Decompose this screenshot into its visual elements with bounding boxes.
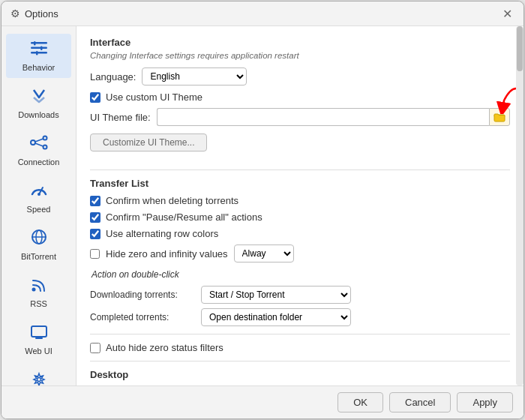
language-select[interactable]: English [142, 68, 247, 86]
alternating-rows-label: Use alternating row colors [106, 228, 218, 239]
main-area: Behavior Downloads [2, 26, 524, 386]
sidebar-label-rss: RSS [30, 299, 47, 308]
content-panel: Interface Changing Interface settings re… [76, 26, 524, 386]
svg-point-20 [37, 378, 40, 382]
svg-rect-3 [34, 41, 36, 46]
sidebar-item-advanced[interactable]: Advanced [6, 364, 71, 386]
svg-rect-1 [31, 47, 47, 50]
svg-point-16 [32, 288, 35, 292]
svg-point-8 [43, 146, 46, 149]
svg-line-10 [35, 143, 44, 146]
svg-point-6 [31, 140, 35, 145]
svg-rect-2 [31, 52, 47, 54]
advanced-icon [29, 370, 49, 386]
divider-2 [90, 334, 510, 334]
confirm-pause-label: Confirm "Pause/Resume all" actions [106, 212, 262, 223]
auto-hide-label: Auto hide zero status filters [106, 342, 224, 353]
apply-button[interactable]: Apply [457, 392, 513, 412]
folder-browse-button[interactable] [489, 108, 510, 126]
sidebar-label-webui: Web UI [25, 346, 52, 356]
language-row: Language: English [90, 68, 510, 86]
svg-point-12 [38, 193, 40, 196]
hide-zero-row: Hide zero and infinity values Always Nev… [90, 244, 510, 262]
scrollbar-track[interactable] [516, 26, 524, 386]
svg-rect-0 [31, 42, 47, 44]
svg-rect-4 [40, 46, 43, 51]
confirm-delete-checkbox[interactable] [90, 196, 100, 206]
customize-btn-row: Customize UI Theme... [90, 134, 510, 160]
confirm-delete-row: Confirm when deleting torrents [90, 195, 510, 206]
interface-section-title: Interface [90, 37, 510, 48]
transfer-section-title: Transfer List [90, 178, 510, 189]
custom-theme-checkbox[interactable] [90, 92, 100, 103]
svg-rect-17 [32, 326, 46, 337]
connection-icon [29, 134, 49, 155]
rss-icon [29, 276, 49, 297]
speed-icon [29, 182, 49, 202]
sidebar-item-speed[interactable]: Speed [6, 176, 71, 220]
sidebar-label-bittorrent: BitTorrent [21, 252, 56, 261]
custom-theme-row: Use custom UI Theme [90, 92, 510, 103]
downloading-torrents-row: Downloading torrents: Start / Stop Torre… [90, 286, 510, 304]
auto-hide-checkbox[interactable] [90, 343, 100, 353]
cancel-button[interactable]: Cancel [389, 392, 451, 412]
options-dialog: ⚙ Options ✕ Behavior [1, 1, 524, 419]
bittorrent-icon [29, 229, 49, 250]
svg-line-9 [35, 139, 44, 142]
close-button[interactable]: ✕ [500, 6, 514, 21]
sidebar-label-behavior: Behavior [22, 63, 55, 72]
svg-point-7 [43, 136, 46, 140]
ui-theme-file-row: UI Theme file: [90, 108, 510, 126]
options-icon: ⚙ [10, 8, 20, 20]
sidebar-label-speed: Speed [27, 205, 51, 214]
action-double-click-label-row: Action on double-click [90, 268, 510, 280]
language-label: Language: [90, 71, 136, 82]
ok-button[interactable]: OK [338, 392, 383, 412]
auto-hide-row: Auto hide zero status filters [90, 342, 510, 353]
ui-theme-file-label: UI Theme file: [90, 112, 151, 123]
sidebar: Behavior Downloads [2, 26, 76, 386]
sidebar-item-connection[interactable]: Connection [6, 128, 71, 172]
footer: OK Cancel Apply [2, 386, 524, 418]
divider-3 [90, 361, 510, 362]
custom-theme-label: Use custom UI Theme [106, 92, 202, 103]
restart-note: Changing Interface settings requires app… [90, 51, 510, 60]
webui-icon [29, 323, 49, 344]
content-wrapper: Interface Changing Interface settings re… [76, 26, 524, 386]
downloading-label: Downloading torrents: [90, 290, 195, 300]
folder-btn-wrapper [489, 108, 510, 126]
sidebar-item-behavior[interactable]: Behavior [6, 34, 71, 78]
desktop-section-title: Desktop [90, 369, 510, 380]
downloads-icon [29, 87, 49, 108]
hide-zero-label: Hide zero and infinity values [106, 248, 228, 260]
divider-1 [90, 170, 510, 170]
confirm-delete-label: Confirm when deleting torrents [106, 195, 238, 206]
sidebar-label-downloads: Downloads [18, 110, 58, 119]
completed-select[interactable]: Open destination folder Start / Stop Tor… [201, 308, 351, 326]
title-bar: ⚙ Options ✕ [2, 2, 524, 26]
sidebar-label-connection: Connection [18, 158, 60, 166]
sidebar-item-rss[interactable]: RSS [6, 270, 71, 314]
sidebar-item-bittorrent[interactable]: BitTorrent [6, 223, 71, 267]
title-bar-left: ⚙ Options [10, 8, 58, 20]
alternating-rows-checkbox[interactable] [90, 229, 100, 239]
window-title: Options [25, 8, 58, 20]
sidebar-item-webui[interactable]: Web UI [6, 317, 71, 362]
confirm-pause-row: Confirm "Pause/Resume all" actions [90, 212, 510, 223]
behavior-icon [29, 40, 49, 61]
scrollbar-thumb[interactable] [517, 26, 523, 71]
confirm-pause-checkbox[interactable] [90, 212, 100, 223]
action-double-click-label: Action on double-click [92, 269, 179, 280]
downloading-select[interactable]: Start / Stop Torrent Open details Open d… [201, 286, 351, 304]
customize-ui-button[interactable]: Customize UI Theme... [90, 134, 207, 152]
completed-label: Completed torrents: [90, 312, 195, 322]
completed-torrents-row: Completed torrents: Open destination fol… [90, 308, 510, 326]
hide-zero-checkbox[interactable] [90, 249, 100, 259]
alternating-rows-row: Use alternating row colors [90, 228, 510, 239]
svg-rect-5 [36, 51, 38, 56]
ui-theme-file-input[interactable] [157, 108, 489, 126]
always-select[interactable]: Always Never When active [234, 244, 294, 262]
sidebar-item-downloads[interactable]: Downloads [6, 81, 71, 125]
